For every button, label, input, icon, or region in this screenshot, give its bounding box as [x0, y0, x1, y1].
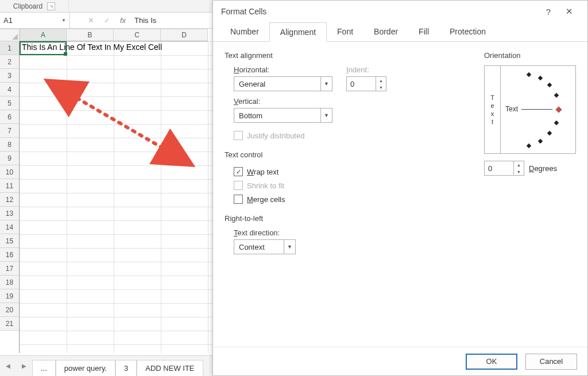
orientation-vertical-text[interactable]: Text [485, 66, 501, 153]
vertical-value: Bottom [239, 111, 262, 120]
shrink-label: Shrink to fit [247, 181, 284, 190]
col-header-d[interactable]: D [161, 29, 208, 41]
col-header-b[interactable]: B [67, 29, 114, 41]
degrees-value: 0 [485, 164, 513, 173]
justify-distributed-label: Justify distributed [247, 131, 304, 140]
cancel-formula-icon[interactable]: ✕ [83, 13, 99, 28]
wrap-text-checkbox[interactable]: ✓ [234, 167, 243, 176]
row-header[interactable]: 7 [0, 124, 19, 138]
text-direction-select[interactable]: Context ▼ [234, 239, 296, 254]
indent-spinner[interactable]: 0 ▲▼ [346, 76, 386, 91]
row-headers: 1 2 3 4 5 6 7 8 9 10 11 12 13 14 15 16 1… [0, 41, 20, 353]
text-direction-label: Text direction: [234, 228, 468, 237]
dialog-tabs: Number Alignment Font Border Fill Protec… [213, 22, 587, 42]
tab-border[interactable]: Border [363, 22, 408, 41]
indent-value: 0 [347, 80, 376, 88]
tab-font[interactable]: Font [327, 22, 363, 41]
dropdown-icon: ▼ [284, 240, 295, 254]
tab-number[interactable]: Number [220, 22, 269, 41]
indent-label: Indent: [346, 65, 386, 74]
merge-cells-label: Merge cells [247, 195, 285, 204]
row-header[interactable]: 4 [0, 83, 19, 96]
row-header[interactable]: 15 [0, 234, 19, 248]
ribbon-clipboard-label: Clipboard [13, 2, 42, 10]
help-button[interactable]: ? [538, 7, 559, 17]
orientation-dial[interactable]: Text [501, 66, 575, 153]
spinner-down-icon[interactable]: ▼ [514, 168, 524, 175]
row-header[interactable]: 11 [0, 179, 19, 193]
row-header[interactable]: 10 [0, 165, 19, 179]
justify-distributed-checkbox [234, 131, 243, 140]
spinner-down-icon[interactable]: ▼ [376, 84, 386, 91]
tab-nav-next-icon[interactable]: ► [16, 362, 32, 370]
tab-nav-prev-icon[interactable]: ◄ [0, 362, 16, 370]
tab-fill[interactable]: Fill [408, 22, 439, 41]
name-box[interactable]: A1 ▼ [0, 13, 70, 28]
row-header[interactable]: 12 [0, 193, 19, 207]
horizontal-select[interactable]: General ▼ [234, 76, 332, 91]
orientation-control[interactable]: Text Text [484, 65, 576, 154]
spinner-up-icon[interactable]: ▲ [514, 161, 524, 168]
clipboard-launcher-icon[interactable]: ↘ [47, 2, 55, 10]
row-header[interactable]: 1 [0, 41, 19, 55]
group-text-alignment: Text alignment [225, 51, 468, 60]
active-cell-outline [20, 41, 67, 55]
row-header[interactable]: 2 [0, 55, 19, 69]
row-header[interactable]: 21 [0, 317, 19, 331]
wrap-text-label: Wrap text [247, 168, 278, 176]
horizontal-value: General [239, 80, 265, 88]
row-header[interactable]: 13 [0, 207, 19, 220]
orientation-handle-icon[interactable] [555, 106, 562, 113]
row-header[interactable]: 17 [0, 262, 19, 276]
tab-protection[interactable]: Protection [439, 22, 496, 41]
group-orientation: Orientation [484, 51, 576, 60]
col-header-a[interactable]: A [20, 29, 67, 41]
degrees-spinner[interactable]: 0 ▲▼ [484, 161, 524, 176]
shrink-checkbox [234, 181, 243, 190]
format-cells-dialog: Format Cells ? ✕ Number Alignment Font B… [212, 0, 588, 376]
orientation-text-label: Text [505, 105, 518, 113]
sheet-tab[interactable]: ADD NEW ITE [137, 360, 203, 376]
dialog-title: Format Cells [221, 7, 266, 16]
tab-alignment[interactable]: Alignment [269, 22, 327, 42]
col-header-c[interactable]: C [114, 29, 161, 41]
row-header[interactable]: 5 [0, 96, 19, 110]
spinner-up-icon[interactable]: ▲ [376, 77, 386, 84]
row-header[interactable]: 16 [0, 248, 19, 262]
insert-function-icon[interactable]: fx [115, 13, 131, 28]
orientation-needle [521, 109, 552, 110]
name-box-value: A1 [3, 16, 13, 25]
column-headers: A B C D [20, 29, 208, 41]
text-direction-value: Context [239, 243, 265, 251]
horizontal-label: HHorizontal:orizontal: [234, 65, 332, 74]
row-header[interactable]: 18 [0, 276, 19, 289]
cancel-button[interactable]: Cancel [525, 354, 577, 370]
row-header[interactable]: 20 [0, 303, 19, 317]
sheet-tab[interactable]: power query. [56, 360, 115, 376]
row-header[interactable]: 19 [0, 289, 19, 303]
close-button[interactable]: ✕ [559, 6, 579, 17]
vertical-select[interactable]: Bottom ▼ [234, 108, 332, 123]
row-header[interactable]: 14 [0, 220, 19, 234]
ribbon-clipboard-group: Clipboard ↘ [0, 0, 69, 12]
sheet-tab[interactable]: 3 [115, 360, 137, 376]
ok-button[interactable]: OK [466, 354, 517, 370]
enter-formula-icon[interactable]: ✓ [99, 13, 115, 28]
row-header[interactable]: 9 [0, 152, 19, 165]
degrees-label: Degrees [529, 164, 557, 173]
vertical-label: Vertical: [234, 97, 468, 106]
row-header[interactable]: 6 [0, 110, 19, 124]
group-rtl: Right-to-left [225, 214, 468, 223]
group-text-control: Text control [225, 150, 468, 159]
dialog-titlebar[interactable]: Format Cells ? ✕ [213, 1, 587, 22]
dialog-body: Text alignment HHorizontal:orizontal: Ge… [213, 42, 587, 347]
row-header[interactable]: 3 [0, 69, 19, 83]
dropdown-icon[interactable]: ▼ [61, 18, 66, 23]
select-all-cells[interactable] [0, 29, 20, 41]
dropdown-icon: ▼ [320, 77, 332, 91]
merge-cells-checkbox[interactable] [234, 195, 243, 204]
row-header[interactable]: 8 [0, 138, 19, 152]
tab-overflow[interactable]: ... [32, 360, 56, 376]
dialog-button-bar: OK Cancel [213, 347, 587, 375]
dropdown-icon: ▼ [320, 108, 332, 122]
